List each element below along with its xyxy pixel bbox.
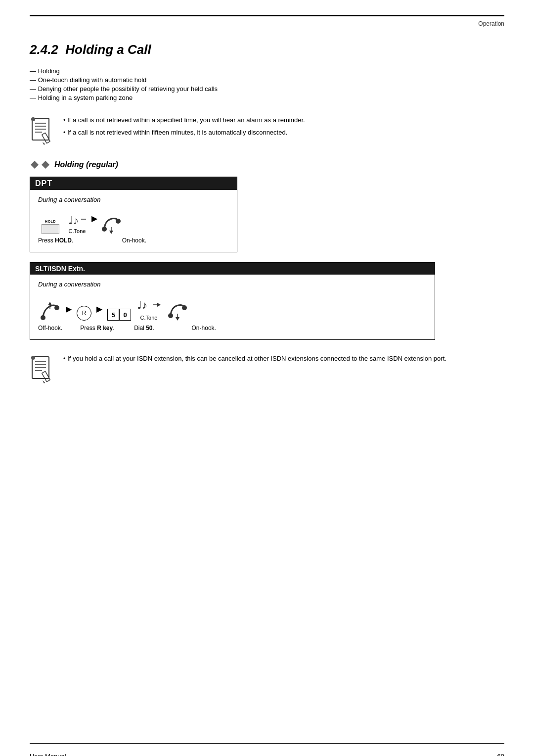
svg-point-24 [182, 305, 187, 310]
svg-marker-9 [42, 161, 49, 169]
slt-label-rkey: Press R key. [80, 325, 114, 331]
slt-labels-row: Off-hook. Press R key. Dial 50. On-hook. [38, 325, 427, 331]
toc-list: Holding One-touch dialling with automati… [30, 67, 504, 101]
ctone-label-dpt: C.Tone [69, 228, 86, 234]
toc-item: Denying other people the possibility of … [30, 85, 504, 93]
svg-point-12 [102, 227, 107, 232]
slt-label-dial: Dial 50. [133, 325, 156, 331]
dpt-body: During a conversation HOLD [30, 190, 237, 252]
dpt-header: DPT [30, 177, 237, 190]
svg-marker-6 [43, 142, 45, 145]
toc-item: Holding [30, 67, 504, 75]
slt-label-offhook: Off-hook. [38, 325, 62, 331]
slt-step-ctone: ♩♪ C.Tone [136, 295, 162, 321]
diamond-icon-1 [30, 160, 40, 170]
page: Operation 2.4.2 Holding a Call Holding O… [0, 15, 534, 756]
slt-during: During a conversation [38, 281, 427, 288]
note-item-1: If a call is not retrieved within a spec… [63, 115, 305, 126]
dpt-arrow-1: ▶ [91, 214, 97, 234]
bottom-note-document-icon [30, 354, 56, 384]
main-content: 2.4.2 Holding a Call Holding One-touch d… [0, 27, 534, 438]
footer-rule [30, 743, 504, 744]
slt-step-onhook [167, 301, 189, 321]
dpt-labels-row: Press HOLD. On-hook. [38, 237, 229, 244]
footer-content: User Manual 69 [30, 753, 504, 756]
dpt-label-hold: Press HOLD. [38, 237, 73, 244]
note-box: If a call is not retrieved within a spec… [30, 111, 504, 150]
dpt-during: During a conversation [38, 196, 229, 203]
slt-arrow-1: ▶ [66, 304, 72, 321]
bottom-note-icon-container [30, 354, 56, 384]
slt-icons-row: ▶ R ▶ 5 0 [38, 295, 427, 321]
svg-marker-19 [48, 302, 52, 305]
section-title: 2.4.2 Holding a Call [30, 42, 504, 57]
svg-point-23 [168, 313, 173, 318]
header-area: Operation [0, 16, 534, 27]
diamond-icon-2 [41, 160, 50, 170]
phone-onhook-dpt [100, 214, 123, 234]
dpt-box: DPT During a conversation HOLD [30, 177, 237, 252]
dpt-step-ctone: ♩♪ C.Tone [65, 210, 89, 234]
bottom-note-content: If you hold a call at your ISDN extensio… [63, 354, 446, 366]
note-icon-container [30, 115, 56, 146]
svg-marker-22 [157, 303, 161, 307]
svg-point-16 [41, 315, 45, 320]
diamond-icons [30, 160, 50, 170]
slt-label-onhook: On-hook. [192, 325, 216, 331]
ctone-label-slt: C.Tone [140, 315, 158, 321]
slt-header-row: SLT/ISDN Extn. [30, 263, 435, 275]
slt-step-dial50: 5 0 [107, 309, 131, 321]
slt-header: SLT/ISDN Extn. [30, 263, 90, 275]
slt-step-rkey: R [77, 306, 91, 321]
bottom-note-box: If you hold a call at your ISDN extensio… [30, 350, 504, 388]
dial-keys-50: 5 0 [107, 309, 131, 321]
ctone-music-icon-dpt: ♩♪ [67, 210, 87, 228]
holding-regular-heading: Holding (regular) [30, 160, 504, 170]
svg-marker-33 [43, 380, 45, 383]
ctone-music-icon-slt: ♩♪ [136, 295, 162, 315]
slt-step-offhook [38, 299, 61, 321]
dpt-step-hold: HOLD [38, 220, 63, 234]
slt-body: During a conversation [30, 275, 435, 339]
dpt-label-onhook: On-hook. [122, 237, 146, 244]
svg-point-7 [31, 117, 35, 121]
breadcrumb: Operation [478, 20, 504, 27]
svg-point-13 [116, 219, 121, 224]
svg-marker-15 [109, 231, 113, 234]
svg-point-34 [31, 356, 35, 360]
phone-onhook-slt [167, 301, 189, 321]
bottom-note-item-1: If you hold a call at your ISDN extensio… [63, 354, 446, 364]
note-content: If a call is not retrieved within a spec… [63, 115, 305, 140]
svg-text:♩♪: ♩♪ [68, 214, 79, 227]
toc-item: One-touch dialling with automatic hold [30, 76, 504, 84]
phone-offhook-icon [38, 299, 61, 321]
svg-marker-8 [31, 161, 39, 169]
dial-key-5: 5 [107, 309, 119, 321]
svg-marker-26 [176, 317, 179, 321]
toc-item: Holding in a system parking zone [30, 94, 504, 101]
note-item-2: If a call is not retrieved within fiftee… [63, 128, 305, 138]
svg-point-17 [54, 305, 59, 310]
note-document-icon [30, 115, 56, 146]
footer-right: 69 [497, 753, 504, 756]
dpt-icons-row: HOLD ♩♪ [38, 210, 229, 234]
svg-text:♩♪: ♩♪ [137, 299, 147, 311]
dpt-step-onhook [99, 214, 124, 234]
r-key-icon: R [77, 306, 91, 321]
slt-box: SLT/ISDN Extn. During a conversation [30, 262, 435, 340]
slt-arrow-2: ▶ [96, 304, 102, 321]
dial-key-0: 0 [119, 309, 131, 321]
footer-left: User Manual [30, 753, 66, 756]
